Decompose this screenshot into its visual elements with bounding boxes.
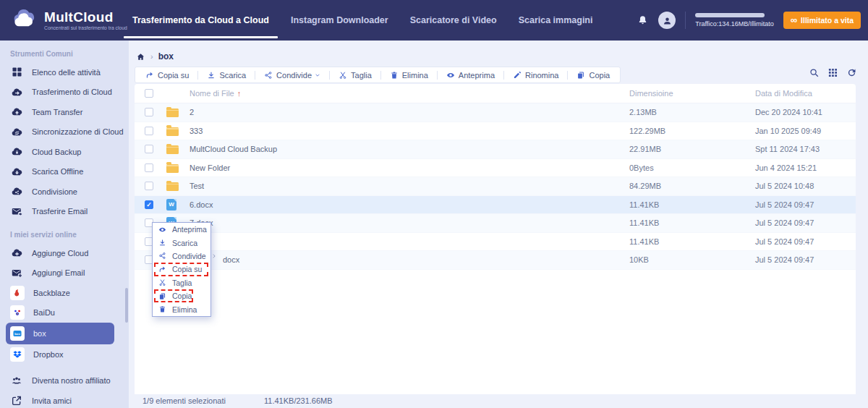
sidebar-item-trasferimento-di-cloud[interactable]: Trasferimento di Cloud bbox=[0, 82, 129, 103]
folder-icon bbox=[166, 164, 179, 173]
traffic-progress-bar bbox=[695, 13, 765, 17]
table-row[interactable]: W 11.41KB Jul 5 2024 09:47 bbox=[135, 233, 856, 252]
sidebar-item-backblaze[interactable]: Backblaze bbox=[0, 283, 129, 303]
upgrade-button[interactable]: ∞ Illimitato a vita bbox=[783, 12, 861, 29]
folder-icon bbox=[166, 182, 179, 191]
file-size: 0Bytes bbox=[629, 163, 755, 172]
context-menu-copia[interactable]: Copia bbox=[153, 289, 210, 302]
refresh-icon[interactable] bbox=[846, 67, 857, 78]
table-row[interactable]: New Folder 0Bytes Jun 4 2024 15:21 bbox=[135, 159, 856, 178]
view-controls bbox=[809, 67, 857, 78]
nav-tab-3[interactable]: Scarica immagini bbox=[508, 0, 604, 41]
sidebar-item-condivisione[interactable]: Condivisione bbox=[0, 182, 129, 202]
toolbar-elimina-button[interactable]: Elimina bbox=[381, 71, 437, 80]
sidebar-item-diventa-nostro-affiliato[interactable]: Diventa nostro affiliato bbox=[0, 371, 129, 391]
table-row[interactable]: ✓ W 6.docx 11.41KB Jul 5 2024 09:47 bbox=[135, 196, 856, 215]
table-row[interactable]: W 7.docx 11.41KB Jul 5 2024 09:47 bbox=[135, 214, 856, 233]
sidebar-section-title: Strumenti Comuni bbox=[0, 41, 129, 62]
row-checkbox[interactable] bbox=[145, 182, 153, 190]
file-size: 11.41KB bbox=[629, 218, 755, 227]
sidebar-item-box[interactable]: box box bbox=[6, 323, 114, 344]
sort-asc-icon[interactable]: ↑ bbox=[237, 89, 242, 98]
copy-icon bbox=[576, 71, 585, 80]
select-all-checkbox[interactable] bbox=[145, 89, 153, 98]
table-row[interactable]: 333 122.29MB Jan 10 2025 09:49 bbox=[135, 122, 856, 141]
table-row[interactable]: 2 2.13MB Dec 20 2024 10:41 bbox=[135, 103, 856, 122]
column-header-name[interactable]: Nome di File↑ bbox=[182, 89, 629, 98]
chevron-down-icon bbox=[315, 72, 320, 78]
sidebar-item-trasferire-email[interactable]: Trasferire Email bbox=[0, 202, 129, 222]
toolbar-anteprima-button[interactable]: Anteprima bbox=[438, 71, 503, 80]
sidebar-item-elenco-delle-attivit-[interactable]: Elenco delle attività bbox=[0, 62, 129, 82]
column-header-modified[interactable]: Data di Modifica bbox=[755, 89, 856, 98]
table-body: 2 2.13MB Dec 20 2024 10:41 333 122.29MB … bbox=[135, 103, 856, 270]
trash-icon bbox=[390, 71, 399, 80]
toolbar-scarica-button[interactable]: Scarica bbox=[198, 71, 255, 80]
top-navbar: MultCloud Concentrati sul trasferimento … bbox=[0, 0, 868, 41]
divider bbox=[685, 12, 686, 29]
file-modified: Spt 11 2024 17:43 bbox=[755, 145, 856, 153]
search-icon[interactable] bbox=[809, 67, 820, 78]
file-name: 7.docx bbox=[182, 218, 629, 227]
svg-text:box: box bbox=[14, 332, 20, 336]
backblaze-icon bbox=[10, 286, 25, 300]
row-checkbox[interactable] bbox=[145, 108, 153, 116]
sidebar-item-baidu[interactable]: BaiDu bbox=[0, 303, 129, 323]
sidebar-item-dropbox[interactable]: Dropbox bbox=[0, 344, 129, 365]
toolbar-copia-su-button[interactable]: Copia su bbox=[137, 71, 197, 80]
row-checkbox[interactable] bbox=[145, 127, 153, 135]
sidebar-item-sincronizzazione-di-cloud[interactable]: Sincronizzazione di Cloud bbox=[0, 122, 129, 143]
row-checkbox[interactable] bbox=[145, 145, 153, 153]
column-header-size[interactable]: Dimensioine bbox=[629, 89, 755, 98]
context-menu-scarica[interactable]: Scarica bbox=[153, 236, 210, 249]
row-checkbox[interactable]: ✓ bbox=[145, 200, 153, 209]
context-menu-taglia[interactable]: Taglia bbox=[153, 276, 210, 289]
folder-icon bbox=[166, 145, 179, 154]
table-row[interactable]: Test 84.29MB Jul 5 2024 10:48 bbox=[135, 177, 856, 196]
file-size: 84.29MB bbox=[629, 182, 755, 190]
table-row[interactable]: MultCloud Cloud Backup 22.91MB Spt 11 20… bbox=[135, 140, 856, 159]
file-modified: Jul 5 2024 09:47 bbox=[755, 237, 856, 246]
toolbar-taglia-button[interactable]: Taglia bbox=[330, 71, 380, 80]
toolbar-rinomina-button[interactable]: Rinomina bbox=[504, 71, 567, 80]
sidebar-section-title: I miei servizi online bbox=[0, 221, 129, 243]
sidebar-item-aggiungi-email[interactable]: Aggiungi Email bbox=[0, 263, 129, 284]
dropbox-icon bbox=[10, 347, 25, 362]
traffic-meter: Traffico:134.16MB/Illimitato bbox=[695, 13, 774, 27]
word-file-icon: W bbox=[166, 199, 176, 211]
nav-tab-1[interactable]: Instagram Downloader bbox=[280, 0, 399, 41]
file-name: docx bbox=[216, 255, 629, 264]
bell-icon[interactable] bbox=[637, 14, 649, 27]
affiliate-icon bbox=[10, 374, 23, 387]
context-menu-condivide[interactable]: Condivide bbox=[153, 250, 210, 263]
upgrade-label: Illimitato a vita bbox=[801, 16, 854, 25]
context-menu-copia-su[interactable]: Copia su bbox=[153, 263, 210, 276]
sidebar-item-scarica-offline[interactable]: Scarica Offline bbox=[0, 162, 129, 182]
nav-tabs: Trasferimento da Cloud a CloudInstagram … bbox=[122, 0, 603, 41]
home-icon[interactable] bbox=[136, 52, 145, 61]
sidebar-item-invita-amici[interactable]: Invita amici bbox=[0, 391, 129, 408]
sidebar-item-aggiunge-cloud[interactable]: Aggiunge Cloud bbox=[0, 243, 129, 263]
cloud-sync-icon bbox=[10, 125, 23, 138]
table-row[interactable]: W docx 10KB Jul 5 2024 09:47 bbox=[135, 251, 856, 270]
row-checkbox[interactable] bbox=[145, 163, 153, 172]
nav-tab-0[interactable]: Trasferimento da Cloud a Cloud bbox=[122, 0, 280, 41]
toolbar-copia-button[interactable]: Copia bbox=[568, 71, 618, 80]
file-size: 2.13MB bbox=[629, 108, 755, 116]
sidebar-item-cloud-backup[interactable]: Cloud Backup bbox=[0, 142, 129, 162]
context-menu-anteprima[interactable]: Anteprima bbox=[153, 223, 210, 236]
sidebar-scrollbar[interactable] bbox=[125, 288, 128, 323]
context-menu-elimina[interactable]: Elimina bbox=[153, 302, 210, 315]
nav-tab-2[interactable]: Scaricatore di Video bbox=[399, 0, 508, 41]
infinity-icon: ∞ bbox=[791, 17, 797, 24]
copy-to-icon bbox=[145, 71, 154, 80]
file-modified: Jul 5 2024 09:47 bbox=[755, 200, 856, 209]
cloud-team-icon bbox=[10, 106, 23, 119]
grid-view-icon[interactable] bbox=[827, 67, 838, 78]
cloud-transfer-icon bbox=[10, 85, 23, 98]
main-content: › box Copia su Scarica Condivide Taglia … bbox=[129, 41, 868, 408]
user-avatar-icon[interactable] bbox=[658, 12, 676, 29]
sidebar-item-team-transfer[interactable]: Team Transfer bbox=[0, 102, 129, 122]
toolbar-condivide-button[interactable]: Condivide bbox=[255, 71, 329, 80]
app-logo[interactable]: MultCloud Concentrati sul trasferimento … bbox=[0, 9, 122, 32]
